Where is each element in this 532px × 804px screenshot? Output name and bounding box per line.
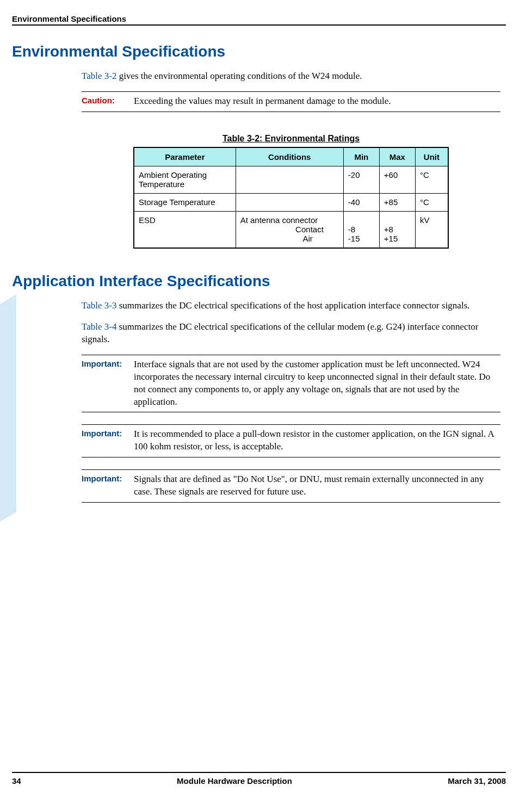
running-head: Environmental Specifications [12, 14, 506, 23]
cell-max: +60 [379, 166, 415, 193]
link-table-3-2[interactable]: Table 3-2 [82, 71, 116, 81]
important-label: Important: [82, 358, 134, 409]
section-app-interface-title: Application Interface Specifications [12, 273, 506, 290]
cell-max: +85 [379, 193, 415, 211]
app-p2-text: summarizes the DC electrical specificati… [82, 321, 479, 344]
cell-cond: At antenna connector Contact Air [236, 211, 343, 248]
cell-min: -40 [343, 193, 379, 211]
important-label: Important: [82, 428, 134, 453]
section-env-spec-title: Environmental Specifications [12, 43, 506, 60]
app-p1-text: summarizes the DC electrical specificati… [116, 300, 469, 311]
cell-unit: kV [415, 211, 448, 248]
important-text-1: Interface signals that are not used by t… [134, 358, 500, 409]
caution-block: Caution: Exceeding the values may result… [82, 91, 500, 112]
important-block-1: Important: Interface signals that are no… [82, 355, 500, 413]
cell-min: -8 -15 [343, 211, 379, 248]
link-table-3-3[interactable]: Table 3-3 [82, 300, 116, 311]
header-rule [12, 24, 506, 26]
env-intro-text: gives the environmental operating condit… [116, 71, 362, 81]
cell-param: ESD [134, 211, 236, 248]
cell-cond [236, 193, 343, 211]
app-p1: Table 3-3 summarizes the DC electrical s… [82, 300, 500, 312]
page-footer: 34 Module Hardware Description March 31,… [12, 772, 506, 786]
table-row: ESD At antenna connector Contact Air -8 … [134, 211, 448, 248]
cell-unit: °C [415, 193, 448, 211]
th-parameter: Parameter [134, 147, 236, 166]
cell-unit: °C [415, 166, 448, 193]
env-ratings-table: Parameter Conditions Min Max Unit Ambien… [133, 147, 449, 249]
cell-min: -20 [343, 166, 379, 193]
table-row: Storage Temperature -40 +85 °C [134, 193, 448, 211]
caution-label: Caution: [82, 95, 134, 108]
footer-date: March 31, 2008 [448, 776, 506, 786]
important-label: Important: [82, 473, 134, 498]
important-text-3: Signals that are defined as "Do Not Use"… [134, 473, 500, 498]
table-3-2-caption: Table 3-2: Environmental Ratings [82, 134, 500, 144]
footer-title: Module Hardware Description [177, 776, 292, 786]
th-unit: Unit [415, 147, 448, 166]
important-block-3: Important: Signals that are defined as "… [82, 469, 500, 503]
footer-rule [12, 772, 506, 773]
cell-max: +8 +15 [379, 211, 415, 248]
table-header-row: Parameter Conditions Min Max Unit [134, 147, 448, 166]
table-row: Ambient Operating Temperature -20 +60 °C [134, 166, 448, 193]
app-p2: Table 3-4 summarizes the DC electrical s… [82, 321, 500, 346]
caution-text: Exceeding the values may result in perma… [134, 95, 391, 108]
th-min: Min [343, 147, 379, 166]
footer-page-number: 34 [12, 776, 21, 786]
env-intro-paragraph: Table 3-2 gives the environmental operat… [82, 70, 500, 83]
cell-cond [236, 166, 343, 193]
link-table-3-4[interactable]: Table 3-4 [82, 321, 116, 332]
th-conditions: Conditions [236, 147, 343, 166]
cell-param: Storage Temperature [134, 193, 236, 211]
th-max: Max [379, 147, 415, 166]
important-text-2: It is recommended to place a pull-down r… [134, 428, 500, 453]
important-block-2: Important: It is recommended to place a … [82, 424, 500, 457]
cell-param: Ambient Operating Temperature [134, 166, 236, 193]
